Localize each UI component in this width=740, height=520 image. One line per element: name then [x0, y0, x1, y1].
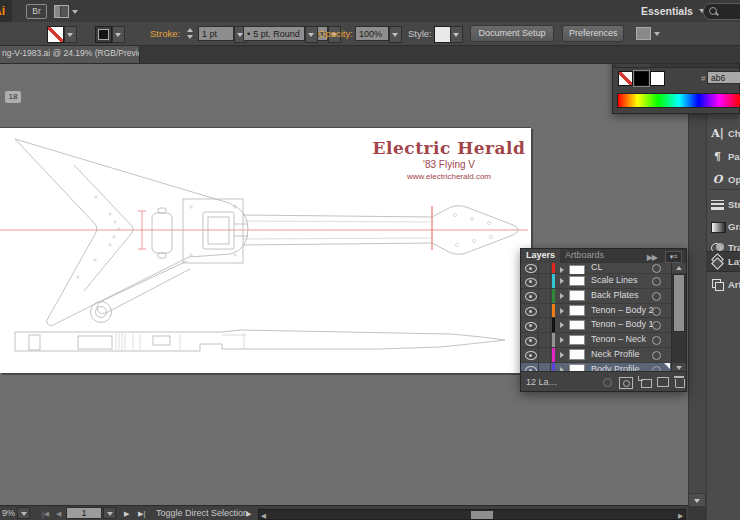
layer-row[interactable]: Back Plates — [521, 289, 686, 304]
artboard-dropdown-button[interactable] — [103, 507, 116, 519]
visibility-eye-icon[interactable] — [525, 322, 537, 331]
dock-item-layers[interactable]: Laye — [707, 251, 740, 272]
zoom-dropdown-button[interactable] — [17, 507, 30, 519]
horizontal-scrollbar[interactable]: ◀ ▶ — [258, 509, 686, 520]
color-none-swatch[interactable] — [618, 71, 633, 86]
panel-menu-icon[interactable]: ▾≡ — [665, 251, 682, 263]
opacity-field[interactable]: 100% — [355, 26, 389, 41]
dock-item-stroke[interactable]: Stro — [707, 194, 740, 215]
dock-item-gradient[interactable]: Gra — [707, 216, 740, 237]
expand-triangle-icon[interactable] — [560, 293, 564, 299]
previous-artboard-button[interactable]: ◀ — [56, 510, 61, 517]
status-expand-arrow[interactable]: ▶ — [246, 510, 251, 517]
title-block: Electric Herald '83 Flying V www.electri… — [370, 138, 528, 181]
target-circle[interactable] — [652, 277, 661, 286]
brush-field[interactable]: •5 pt. Round — [243, 26, 305, 41]
stroke-weight-field[interactable]: 1 pt — [198, 26, 234, 41]
layer-name[interactable]: Neck Profile — [591, 349, 640, 359]
color-white-swatch[interactable] — [650, 71, 665, 86]
document-setup-button[interactable]: Document Setup — [470, 25, 554, 42]
dock-item-artboards[interactable]: Artb — [707, 274, 740, 295]
document-tab[interactable]: ng-V-1983.ai @ 24.19% (RGB/Preview) — [0, 45, 140, 63]
stroke-color-swatch[interactable] — [95, 26, 112, 43]
target-circle[interactable] — [652, 336, 661, 345]
last-artboard-button[interactable]: ▶| — [138, 510, 145, 517]
stroke-panel-icon — [711, 198, 724, 211]
selection-tool-options-button[interactable] — [636, 26, 666, 41]
layer-row[interactable]: CL — [521, 263, 686, 274]
layers-scrollbar[interactable] — [671, 263, 686, 373]
arrange-documents-button[interactable] — [54, 4, 84, 19]
scroll-left-button[interactable]: ◀ — [261, 512, 266, 520]
tab-layers[interactable]: Layers — [521, 249, 560, 263]
scrollbar-thumb[interactable] — [471, 511, 493, 519]
dock-item-opentype[interactable]: O Ope — [707, 169, 740, 190]
expand-triangle-icon[interactable] — [560, 278, 564, 284]
workspace-switcher[interactable]: Essentials — [641, 3, 705, 19]
expand-triangle-icon[interactable] — [560, 267, 564, 273]
arrange-documents-icon — [54, 5, 69, 18]
layer-row[interactable]: Scale Lines — [521, 274, 686, 289]
search-input[interactable] — [703, 3, 740, 20]
expand-triangle-icon[interactable] — [560, 308, 564, 314]
fill-dropdown-button[interactable] — [64, 26, 77, 43]
layer-row[interactable]: Tenon – Body 1 — [521, 318, 686, 333]
hex-input[interactable]: ab6 — [707, 71, 740, 84]
delete-layer-icon[interactable] — [675, 379, 685, 388]
visibility-eye-icon[interactable] — [525, 351, 537, 360]
stroke-dropdown-button[interactable] — [112, 26, 125, 43]
scroll-up-button[interactable] — [672, 263, 686, 273]
layer-name[interactable]: Tenon – Body 2 — [591, 305, 654, 315]
preferences-button[interactable]: Preferences — [562, 25, 624, 42]
opacity-dropdown[interactable] — [389, 26, 402, 43]
scroll-down-button[interactable] — [688, 493, 706, 507]
next-artboard-button[interactable]: ▶ — [124, 510, 129, 517]
target-circle[interactable] — [652, 264, 661, 273]
expand-triangle-icon[interactable] — [560, 352, 564, 358]
first-artboard-button[interactable]: |◀ — [42, 510, 49, 517]
scroll-right-button[interactable]: ▶ — [678, 512, 683, 520]
layer-name[interactable]: Tenon – Neck — [591, 334, 646, 344]
vertical-scrollbar[interactable] — [688, 63, 706, 507]
visibility-eye-icon[interactable] — [525, 307, 537, 316]
layer-name[interactable]: Scale Lines — [591, 275, 638, 285]
new-layer-icon[interactable] — [657, 377, 669, 387]
visibility-eye-icon[interactable] — [525, 264, 537, 273]
bridge-button[interactable]: Br — [26, 4, 47, 19]
artboard[interactable]: Electric Herald '83 Flying V www.electri… — [0, 127, 531, 373]
make-clipping-mask-icon[interactable] — [619, 377, 633, 389]
style-swatch[interactable] — [434, 26, 451, 43]
target-circle[interactable] — [652, 292, 661, 301]
layer-thumbnail — [569, 349, 585, 360]
stroke-weight-stepper[interactable] — [186, 26, 195, 41]
layer-row[interactable]: Neck Profile — [521, 348, 686, 363]
dock-item-character[interactable]: A| Cha — [707, 123, 740, 144]
fill-none-swatch[interactable] — [47, 26, 64, 43]
target-circle[interactable] — [652, 351, 661, 360]
visibility-eye-icon[interactable] — [525, 292, 537, 301]
color-black-swatch[interactable] — [634, 71, 649, 86]
artboard-number-field[interactable]: 1 — [66, 507, 102, 519]
zoom-level-field[interactable]: 9% — [2, 508, 15, 518]
layer-row[interactable]: Tenon – Neck — [521, 333, 686, 348]
target-circle[interactable] — [652, 321, 661, 330]
new-sublayer-icon[interactable] — [641, 379, 652, 388]
layer-name[interactable]: Back Plates — [591, 290, 639, 300]
layer-color-chip — [552, 304, 555, 318]
expand-triangle-icon[interactable] — [560, 322, 564, 328]
expand-triangle-icon[interactable] — [560, 337, 564, 343]
target-circle[interactable] — [652, 307, 661, 316]
visibility-eye-icon[interactable] — [525, 337, 537, 346]
locate-object-icon[interactable] — [603, 378, 612, 387]
collapse-panel-icon[interactable]: ▶▶ — [647, 253, 657, 262]
brush-dropdown[interactable] — [305, 26, 318, 43]
tab-artboards[interactable]: Artboards — [560, 249, 609, 263]
scrollbar-thumb[interactable] — [673, 274, 685, 332]
panel-resize-grip[interactable]: ··· — [668, 107, 683, 112]
layer-row[interactable]: Tenon – Body 2 — [521, 304, 686, 319]
layer-name[interactable]: Tenon – Body 1 — [591, 319, 654, 329]
visibility-eye-icon[interactable] — [525, 278, 537, 287]
layer-name[interactable]: CL — [591, 263, 603, 272]
dock-item-paragraph[interactable]: ¶ Para — [707, 146, 740, 167]
style-dropdown[interactable] — [450, 26, 463, 43]
